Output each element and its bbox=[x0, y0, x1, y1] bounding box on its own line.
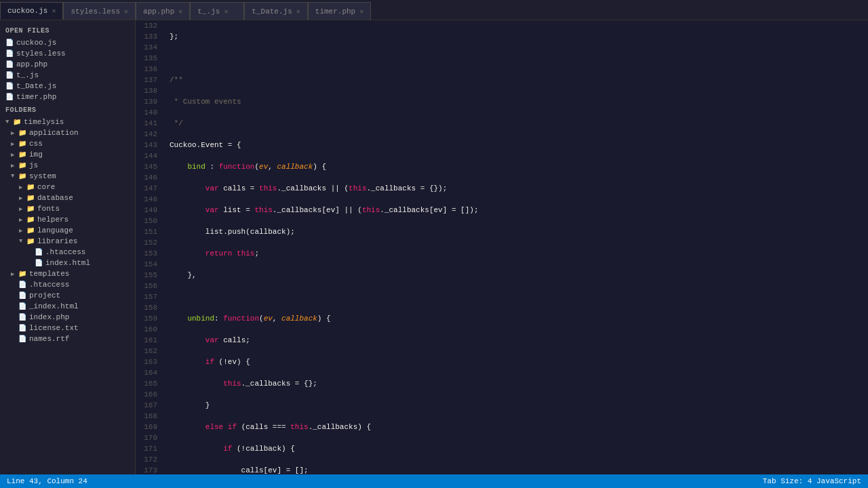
arrow-icon: ▶ bbox=[11, 140, 16, 148]
folder-icon: 📁 bbox=[18, 161, 26, 169]
folder-icon: 📁 bbox=[18, 129, 26, 137]
file-icon: 📄 bbox=[5, 93, 14, 101]
sidebar-item-project[interactable]: 📄project bbox=[0, 290, 135, 301]
tab-timer-php[interactable]: timer.php ✕ bbox=[308, 2, 371, 20]
file-icon: 📄 bbox=[5, 49, 14, 58]
folder-icon: 📁 bbox=[26, 194, 35, 202]
folder-icon: 📁 bbox=[18, 172, 26, 180]
tab-label: t_Date.js bbox=[252, 7, 292, 16]
file-icon: 📄 bbox=[35, 248, 43, 256]
sidebar-item-license-txt[interactable]: 📄license.txt bbox=[0, 323, 135, 333]
sidebar-item-helpers[interactable]: ▶📁helpers bbox=[0, 214, 135, 225]
folder-icon: 📁 bbox=[26, 237, 35, 245]
code-content[interactable]: }; /** * Custom events */ Cuckoo.Event =… bbox=[163, 20, 868, 474]
arrow-icon: ▶ bbox=[19, 184, 24, 191]
file-icon: 📄 bbox=[18, 291, 26, 300]
arrow-icon: ▶ bbox=[11, 270, 16, 278]
tab-bar: cuckoo.js ✕ styles.less ✕ app.php ✕ t_.j… bbox=[0, 0, 868, 20]
tab-app-php[interactable]: app.php ✕ bbox=[136, 2, 190, 20]
tab-close-styles-less[interactable]: ✕ bbox=[124, 7, 128, 16]
tab-language-info: Tab Size: 4 JavaScript bbox=[763, 477, 861, 485]
file-icon: 📄 bbox=[5, 82, 14, 90]
arrow-icon: ▼ bbox=[11, 173, 16, 180]
tab-label: timer.php bbox=[315, 7, 355, 16]
sidebar-item-timer-php[interactable]: 📄timer.php bbox=[0, 92, 135, 102]
sidebar-item-t-date-js[interactable]: 📄t_Date.js bbox=[0, 81, 135, 92]
sidebar-item-index-html-lib[interactable]: 📄index.html bbox=[0, 258, 135, 268]
arrow-icon: ▶ bbox=[19, 205, 24, 213]
tab-label: styles.less bbox=[71, 7, 120, 16]
folder-icon: 📁 bbox=[18, 140, 26, 148]
arrow-icon: ▶ bbox=[11, 129, 16, 137]
tab-label: app.php bbox=[143, 7, 174, 16]
arrow-icon: ▶ bbox=[19, 216, 24, 224]
sidebar-item-htaccess[interactable]: 📄.htaccess bbox=[0, 279, 135, 290]
arrow-icon: ▶ bbox=[11, 162, 16, 169]
sidebar-item-cuckoo-js[interactable]: 📄cuckoo.js bbox=[0, 37, 135, 48]
file-icon: 📄 bbox=[5, 71, 14, 79]
sidebar-item-core[interactable]: ▶📁core bbox=[0, 182, 135, 192]
sidebar-item-application[interactable]: ▶📁application bbox=[0, 127, 135, 138]
cursor-position: Line 43, Column 24 bbox=[7, 477, 87, 485]
file-icon: 📄 bbox=[5, 39, 14, 47]
sidebar-item-t-js[interactable]: 📄t_.js bbox=[0, 70, 135, 81]
sidebar-item-app-php[interactable]: 📄app.php bbox=[0, 59, 135, 70]
sidebar-item-libraries[interactable]: ▼📁libraries bbox=[0, 236, 135, 247]
tab-close-t-js[interactable]: ✕ bbox=[224, 7, 228, 16]
sidebar-item-database[interactable]: ▶📁database bbox=[0, 192, 135, 203]
arrow-icon: ▶ bbox=[11, 151, 16, 159]
file-icon: 📄 bbox=[35, 259, 43, 267]
tab-t-js[interactable]: t_.js ✕ bbox=[190, 2, 244, 20]
file-icon: 📄 bbox=[18, 324, 26, 332]
folder-icon: 📁 bbox=[13, 118, 21, 126]
tab-close-cuckoo-js[interactable]: ✕ bbox=[52, 7, 56, 15]
tab-label: t_.js bbox=[197, 7, 220, 16]
tab-close-app-php[interactable]: ✕ bbox=[178, 7, 182, 16]
sidebar-item-timelysis[interactable]: ▼📁timelysis bbox=[0, 117, 135, 127]
folder-icon: 📁 bbox=[26, 183, 35, 191]
sidebar-item-css[interactable]: ▶📁css bbox=[0, 138, 135, 149]
sidebar-item-index-php[interactable]: 📄index.php bbox=[0, 312, 135, 323]
arrow-icon: ▶ bbox=[19, 227, 24, 235]
sidebar-item-templates[interactable]: ▶📁templates bbox=[0, 268, 135, 279]
sidebar-item-htaccess-lib[interactable]: 📄.htaccess bbox=[0, 247, 135, 258]
tab-close-t-date-js[interactable]: ✕ bbox=[296, 7, 300, 16]
sidebar-item-index-html[interactable]: 📄_index.html bbox=[0, 301, 135, 312]
sidebar-item-styles-less[interactable]: 📄styles.less bbox=[0, 48, 135, 59]
sidebar: OPEN FILES 📄cuckoo.js 📄styles.less 📄app.… bbox=[0, 20, 136, 474]
folder-icon: 📁 bbox=[26, 216, 35, 224]
arrow-icon: ▼ bbox=[19, 238, 24, 245]
file-icon: 📄 bbox=[18, 313, 26, 321]
main-area: OPEN FILES 📄cuckoo.js 📄styles.less 📄app.… bbox=[0, 20, 868, 474]
line-numbers: 132133134135136 137138139140141 14214314… bbox=[136, 20, 163, 474]
file-icon: 📄 bbox=[18, 302, 26, 310]
file-icon: 📄 bbox=[5, 60, 14, 68]
file-icon: 📄 bbox=[18, 335, 26, 343]
arrow-icon: ▶ bbox=[19, 195, 24, 202]
tab-label: cuckoo.js bbox=[7, 7, 47, 15]
sidebar-item-names-rtf[interactable]: 📄names.rtf bbox=[0, 333, 135, 344]
sidebar-item-language[interactable]: ▶📁language bbox=[0, 225, 135, 236]
folder-icon: 📁 bbox=[26, 226, 35, 235]
tab-close-timer-php[interactable]: ✕ bbox=[359, 7, 363, 16]
tab-t-date-js[interactable]: t_Date.js ✕ bbox=[244, 2, 307, 20]
code-container[interactable]: 132133134135136 137138139140141 14214314… bbox=[136, 20, 868, 474]
tab-styles-less[interactable]: styles.less ✕ bbox=[63, 2, 136, 20]
editor-area: 132133134135136 137138139140141 14214314… bbox=[136, 20, 868, 474]
sidebar-item-js[interactable]: ▶📁js bbox=[0, 160, 135, 171]
status-bar: Line 43, Column 24 Tab Size: 4 JavaScrip… bbox=[0, 474, 868, 488]
folder-icon: 📁 bbox=[18, 270, 26, 278]
file-icon: 📄 bbox=[18, 281, 26, 289]
folder-icon: 📁 bbox=[18, 150, 26, 159]
tab-cuckoo-js[interactable]: cuckoo.js ✕ bbox=[0, 2, 63, 20]
arrow-icon: ▼ bbox=[5, 119, 11, 125]
folder-icon: 📁 bbox=[26, 205, 35, 213]
folders-header: FOLDERS bbox=[0, 102, 135, 117]
sidebar-item-system[interactable]: ▼📁system bbox=[0, 171, 135, 182]
sidebar-item-img[interactable]: ▶📁img bbox=[0, 149, 135, 160]
sidebar-item-fonts[interactable]: ▶📁fonts bbox=[0, 203, 135, 214]
open-files-header: OPEN FILES bbox=[0, 23, 135, 37]
